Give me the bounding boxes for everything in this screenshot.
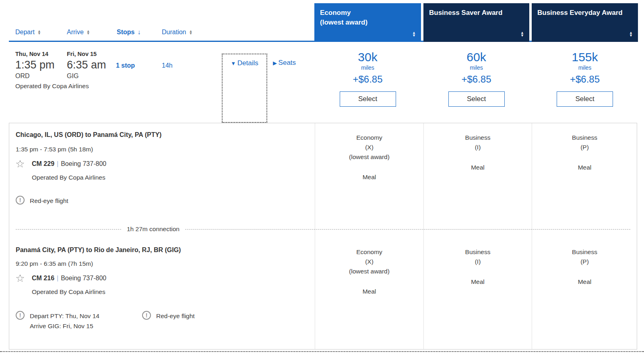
column-header-economy-line2: (lowest award)	[320, 18, 415, 27]
cabin-code: (I)	[424, 257, 532, 267]
business-everyday-miles-unit: miles	[532, 64, 638, 71]
sort-both-icon	[629, 31, 633, 37]
segment2-cabin-business-i: Business (I) Meal	[424, 247, 532, 287]
meal-label: Meal	[315, 172, 423, 182]
cabin-code: (P)	[532, 143, 637, 152]
business-saver-miles: 60k	[423, 50, 529, 64]
award-search-results: Depart Arrive Stops Duration Economy (lo…	[0, 0, 644, 358]
seats-link[interactable]: Seats	[273, 59, 296, 67]
segment2-cabin-business-p: Business (P) Meal	[532, 247, 637, 287]
select-economy-button[interactable]: Select	[340, 91, 396, 107]
sort-arrive-label: Arrive	[67, 29, 84, 36]
segment2-flight-number: CM 216	[32, 275, 54, 281]
select-business-saver-button[interactable]: Select	[448, 91, 505, 107]
segment2-aircraft: Boeing 737-800	[61, 275, 106, 281]
stops-link[interactable]: 1 stop	[116, 62, 135, 69]
cabin-note: (lowest award)	[315, 152, 423, 162]
separator: |	[54, 275, 61, 281]
column-header-business-everyday-line1: Business Everyday Award	[537, 8, 632, 18]
arrive-airport-code: GIG	[67, 72, 106, 80]
column-header-economy-line1: Economy	[320, 8, 415, 18]
sort-arrive[interactable]: Arrive	[67, 29, 90, 36]
cabin-note: (lowest award)	[315, 267, 423, 276]
depart-date: Thu, Nov 14	[15, 51, 55, 57]
segment2-operated-by: Operated By Copa Airlines	[32, 288, 105, 296]
column-header-business-saver[interactable]: Business Saver Award	[423, 3, 529, 42]
meal-label: Meal	[532, 163, 637, 172]
connection-dash	[185, 229, 630, 230]
meal-label: Meal	[532, 277, 637, 287]
meal-label: Meal	[424, 163, 532, 172]
depart-time: 1:35 pm	[15, 58, 55, 72]
column-header-economy[interactable]: Economy (lowest award)	[314, 3, 421, 42]
sort-stops-label: Stops	[117, 29, 134, 36]
segment1-cabin-business-p: Business (P) Meal	[532, 133, 637, 172]
business-everyday-miles: 155k	[532, 50, 638, 64]
meal-label: Meal	[424, 277, 532, 287]
sort-depart-label: Depart	[15, 29, 35, 36]
warning-icon	[142, 311, 151, 320]
segment1-flight-number: CM 229	[32, 160, 54, 167]
segment2-flight-line: CM 216|Boeing 737-800	[32, 275, 106, 282]
column-header-business-saver-line1: Business Saver Award	[429, 8, 524, 18]
connection-row: 1h 27m connection	[16, 224, 630, 234]
sort-duration[interactable]: Duration	[162, 29, 192, 36]
segment1-cabin-business-i: Business (I) Meal	[424, 133, 532, 172]
connection-dash	[16, 229, 121, 230]
economy-miles: 30k	[314, 50, 421, 64]
arrival-info: Fri, Nov 15 6:35 am GIG	[67, 51, 106, 80]
cabin-code: (X)	[315, 257, 423, 267]
sort-stops[interactable]: Stops	[117, 29, 140, 36]
economy-fees: +$6.85	[314, 73, 421, 85]
fare-cell-business-everyday: 155k miles +$6.85 Select	[532, 50, 638, 107]
warning-text-line1: Depart PTY: Thu, Nov 14	[30, 311, 99, 321]
column-header-business-everyday[interactable]: Business Everyday Award	[532, 3, 638, 42]
details-toggle[interactable]: Details	[223, 59, 266, 67]
segment2-cabin-economy: Economy (X) (lowest award) Meal	[315, 247, 423, 296]
sort-both-icon	[189, 30, 192, 35]
warning-text: Red-eye flight	[156, 311, 195, 321]
bottom-dotted-separator	[0, 351, 644, 352]
departure-info: Thu, Nov 14 1:35 pm ORD	[15, 51, 55, 80]
segment1-cabin-economy: Economy (X) (lowest award) Meal	[315, 133, 423, 182]
warning-text-line2: Arrive GIG: Fri, Nov 15	[30, 321, 99, 331]
operated-by-text: Operated By Copa Airlines	[15, 83, 89, 90]
segment1-times: 1:35 pm - 7:53 pm (5h 18m)	[16, 146, 93, 153]
cabin-class: Business	[532, 133, 637, 143]
connection-duration: 1h 27m connection	[127, 226, 180, 233]
sort-both-icon	[37, 30, 41, 35]
business-saver-miles-unit: miles	[423, 64, 529, 71]
segment2-route: Panamá City, PA (PTY) to Rio de Janeiro,…	[16, 246, 181, 254]
sort-desc-icon	[137, 29, 140, 36]
sort-duration-label: Duration	[162, 29, 186, 36]
cabin-class: Business	[424, 133, 532, 143]
meal-label: Meal	[315, 287, 423, 296]
cabin-code: (I)	[424, 143, 532, 152]
cabin-class: Economy	[315, 247, 423, 257]
business-saver-fees: +$6.85	[423, 73, 529, 85]
segment1-warning-redeye: Red-eye flight	[16, 196, 68, 206]
sort-both-icon	[520, 31, 524, 37]
flight-summary-row: Thu, Nov 14 1:35 pm ORD Fri, Nov 15 6:35…	[9, 48, 638, 123]
cabin-class: Business	[424, 247, 532, 257]
segment2-times: 9:20 pm - 6:35 am (7h 15m)	[16, 260, 93, 267]
airline-star-icon	[16, 159, 25, 168]
separator: |	[54, 160, 61, 167]
select-business-everyday-button[interactable]: Select	[557, 91, 613, 107]
duration-value: 14h	[162, 62, 173, 69]
cabin-class: Business	[532, 247, 637, 257]
economy-miles-unit: miles	[314, 64, 421, 71]
fare-cell-economy: 30k miles +$6.85 Select	[314, 50, 421, 107]
flight-details-panel: Chicago, IL, US (ORD) to Panamá City, PA…	[9, 123, 637, 350]
segment2-warning-redeye: Red-eye flight	[142, 311, 195, 321]
arrive-date: Fri, Nov 15	[67, 51, 106, 57]
arrive-time: 6:35 am	[67, 58, 106, 72]
details-focus-outline: Details	[222, 54, 267, 123]
warning-text: Red-eye flight	[30, 196, 68, 206]
sort-both-icon	[87, 30, 90, 35]
fare-cell-business-saver: 60k miles +$6.85 Select	[423, 50, 529, 107]
segment1-flight-line: CM 229|Boeing 737-800	[32, 160, 106, 168]
cabin-class: Economy	[315, 133, 423, 143]
results-header-bar: Depart Arrive Stops Duration Economy (lo…	[9, 0, 638, 42]
sort-depart[interactable]: Depart	[15, 29, 41, 36]
